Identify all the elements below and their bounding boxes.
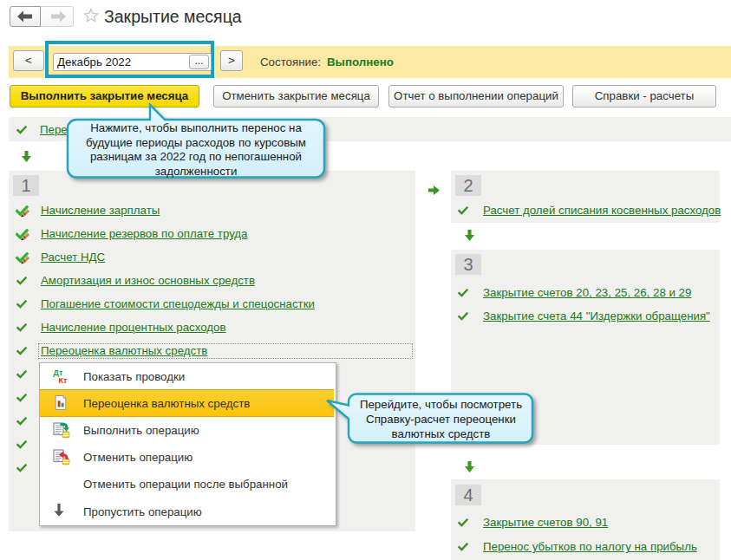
svg-text:Кт: Кт [59,376,68,384]
